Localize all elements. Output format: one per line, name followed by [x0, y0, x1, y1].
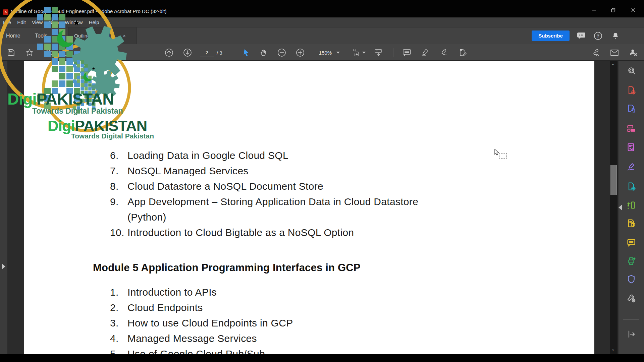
list-item-text: How to use Cloud Endpoints in GCP	[127, 315, 293, 331]
scroll-down-icon[interactable]: ⌄	[611, 346, 615, 352]
list-item-text: Use of Google Cloud Pub/Sub	[127, 346, 265, 354]
list-item-number: 5.	[110, 346, 119, 354]
sidebar-tool-more-tools[interactable]	[626, 293, 637, 304]
sidebar-expand-icon[interactable]	[626, 329, 637, 340]
sidebar-divider	[623, 319, 639, 320]
tab-document-label: Outline of Google ...	[74, 33, 119, 39]
fit-dropdown-caret[interactable]	[362, 52, 366, 54]
print-icon[interactable]	[62, 48, 70, 57]
add-person-icon[interactable]	[629, 48, 638, 57]
svg-text:?: ?	[597, 34, 599, 39]
hand-tool-icon[interactable]	[259, 48, 268, 57]
share-link-icon[interactable]	[591, 48, 600, 57]
menu-item-help[interactable]: Help	[89, 19, 99, 25]
hide-toolbar-icon[interactable]	[374, 48, 383, 57]
cloud-icon[interactable]	[44, 48, 53, 57]
zoom-in-icon[interactable]	[296, 48, 305, 57]
title-bar: A Outline of Google Cloud Engineer.pdf -…	[0, 0, 644, 17]
menu-bar: FileEditViewSignWindowHelp	[0, 17, 644, 27]
menu-item-view[interactable]: View	[32, 19, 43, 25]
subscribe-button[interactable]: Subscribe	[532, 31, 570, 41]
sidebar-tool-edit-advanced[interactable]	[626, 142, 637, 153]
acrobat-app-icon: A	[3, 9, 8, 15]
page-number-input[interactable]: 2	[200, 49, 214, 57]
toolbar-divider	[393, 48, 393, 57]
close-button[interactable]	[626, 4, 641, 16]
main-toolbar: 2 / 3 150%	[0, 44, 644, 61]
toolbar-divider	[232, 48, 232, 57]
list-item-number: 8.	[110, 179, 119, 194]
sidebar-tool-comment[interactable]	[626, 237, 637, 248]
zoom-out-icon[interactable]	[277, 48, 286, 57]
module5-heading: Module 5 Application Programming Interfa…	[93, 262, 361, 274]
document-canvas: 6. Loading Data in Google Cloud SQL 7. N…	[7, 61, 618, 354]
window-title: Outline of Google Cloud Engineer.pdf - A…	[11, 8, 166, 14]
menu-item-sign[interactable]: Sign	[49, 19, 59, 25]
vertical-scrollbar[interactable]: ⌃ ⌄	[610, 61, 618, 354]
list-item-text: Cloud Endpoints	[127, 300, 203, 315]
chat-icon[interactable]	[576, 30, 587, 42]
notifications-bell-icon[interactable]	[610, 30, 621, 42]
next-page-icon[interactable]	[183, 48, 192, 57]
list-item-number: 10.	[110, 225, 124, 240]
sidebar-tool-crop-pages[interactable]	[626, 200, 637, 210]
sidebar-tool-organize-pages[interactable]	[626, 123, 637, 134]
list-item-number: 3.	[110, 315, 119, 331]
left-panel-rail[interactable]	[0, 61, 7, 354]
sidebar-tool-create-pdf[interactable]	[626, 85, 637, 96]
save-icon[interactable]	[7, 48, 15, 57]
tab-close-icon[interactable]: ×	[123, 33, 125, 39]
sidebar-tool-fill-sign[interactable]	[626, 162, 637, 172]
sidebar-tool-protect[interactable]	[626, 274, 637, 285]
zoom-level-value[interactable]: 150%	[317, 49, 334, 57]
restore-button[interactable]	[605, 4, 621, 16]
menu-item-window[interactable]: Window	[65, 19, 83, 25]
menu-item-file[interactable]: File	[3, 19, 11, 25]
expand-left-panel-icon[interactable]	[2, 263, 5, 269]
fit-width-icon[interactable]	[352, 48, 361, 57]
zoom-dropdown-caret[interactable]	[336, 52, 340, 54]
sidebar-tool-print-production[interactable]	[626, 256, 637, 266]
list-item-text: Managed Message Services	[127, 331, 257, 346]
sidebar-tool-search-document[interactable]	[626, 65, 637, 76]
list-item-text: App Development – Storing Application Da…	[127, 194, 418, 209]
sidebar-divider	[623, 80, 639, 80]
collapse-right-panel-icon[interactable]	[619, 204, 622, 210]
list-item-number: 2.	[110, 300, 119, 315]
list-item-text: Introduction to Cloud Bigtable as a NoSQ…	[127, 225, 354, 240]
list-item-number: 1.	[110, 285, 119, 300]
tab-document[interactable]: Outline of Google ... ×	[68, 27, 137, 44]
pdf-page[interactable]: 6. Loading Data in Google Cloud SQL 7. N…	[24, 61, 594, 354]
menu-item-edit[interactable]: Edit	[17, 19, 26, 25]
sidebar-tool-export-pdf[interactable]	[626, 103, 637, 114]
select-tool-icon[interactable]	[242, 48, 251, 57]
list-item-text: Introduction to APIs	[127, 285, 217, 300]
highlight-tool-icon[interactable]	[421, 48, 429, 57]
minimize-button[interactable]	[586, 4, 602, 16]
acrobat-window: A Outline of Google Cloud Engineer.pdf -…	[0, 0, 644, 362]
comment-tool-icon[interactable]	[402, 48, 411, 57]
list-item-number: 4.	[110, 331, 119, 346]
previous-page-icon[interactable]	[165, 48, 173, 57]
email-icon[interactable]	[610, 48, 619, 57]
scrollbar-thumb[interactable]	[610, 165, 617, 195]
edit-pdf-icon[interactable]	[459, 48, 467, 57]
star-icon[interactable]	[25, 48, 34, 57]
page-total-label: / 3	[217, 49, 222, 57]
list-item-number: 9.	[110, 194, 119, 209]
help-icon[interactable]: ?	[592, 30, 604, 42]
list-item-text: Cloud Datastore a NoSQL Document Store	[127, 179, 323, 194]
list-item-number: 6.	[110, 148, 119, 163]
tab-home[interactable]: Home	[6, 27, 20, 44]
sidebar-tool-combine-files[interactable]	[626, 181, 637, 192]
tab-tools[interactable]: Tools	[35, 27, 47, 44]
fill-sign-icon[interactable]	[440, 48, 448, 57]
list-item-text: Loading Data in Google Cloud SQL	[127, 148, 288, 163]
sidebar-tool-request-comments[interactable]	[626, 218, 637, 229]
list-item-text: NoSQL Managed Services	[127, 163, 249, 179]
list-item-number: 7.	[110, 163, 119, 179]
tab-bar: Home Tools Outline of Google ... × Subsc…	[0, 27, 644, 44]
scroll-up-icon[interactable]: ⌃	[611, 63, 615, 68]
bottom-black-bar	[0, 354, 644, 362]
